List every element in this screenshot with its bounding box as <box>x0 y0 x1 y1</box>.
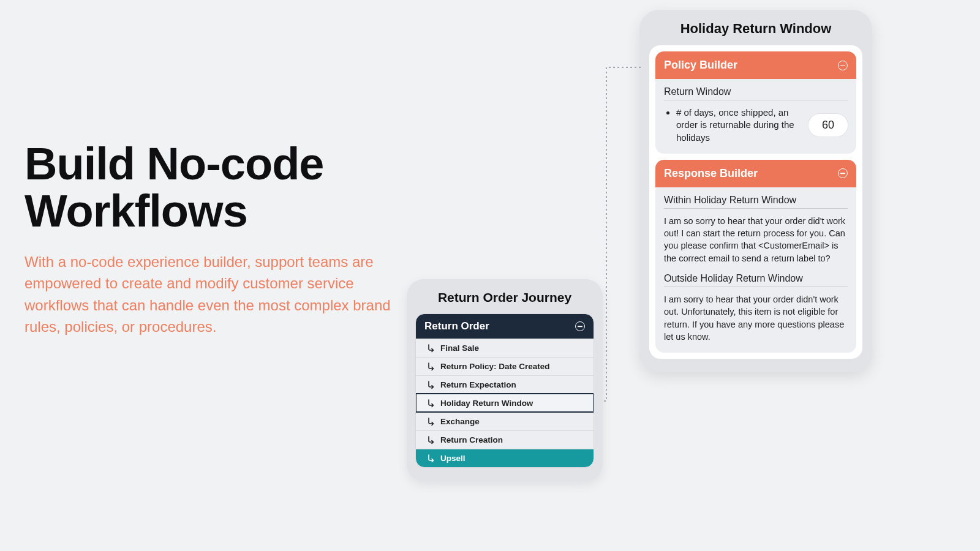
journey-item[interactable]: Return Creation <box>416 430 594 449</box>
journey-item-label: Holiday Return Window <box>440 399 533 408</box>
policy-builder-title: Policy Builder <box>664 59 737 72</box>
response-builder: Response Builder Within Holiday Return W… <box>655 160 856 353</box>
policy-rule-list: # of days, once shipped, an order is ret… <box>664 107 800 144</box>
collapse-icon[interactable] <box>575 321 585 331</box>
sub-arrow-icon <box>427 399 435 408</box>
policy-builder-body: Return Window # of days, once shipped, a… <box>655 79 856 154</box>
journey-item[interactable]: Upsell <box>416 449 594 467</box>
response-builder-title: Response Builder <box>664 167 758 180</box>
journey-item-label: Return Expectation <box>440 380 516 389</box>
sub-arrow-icon <box>427 362 435 371</box>
policy-builder-header[interactable]: Policy Builder <box>655 51 856 79</box>
journey-item-label: Upsell <box>440 454 466 463</box>
detail-card: Holiday Return Window Policy Builder Ret… <box>639 10 872 372</box>
collapse-icon[interactable] <box>838 168 848 178</box>
journey-item-label: Return Creation <box>440 435 503 444</box>
days-value-pill[interactable]: 60 <box>809 114 848 137</box>
journey-card: Return Order Journey Return Order Final … <box>407 279 603 481</box>
hero-subtitle: With a no-code experience builder, suppo… <box>24 251 392 338</box>
within-window-text: I am so sorry to hear that your order di… <box>664 215 848 264</box>
journey-item[interactable]: Holiday Return Window <box>416 394 594 412</box>
hero-title: Build No-code Workflows <box>24 141 392 235</box>
within-window-label: Within Holiday Return Window <box>664 195 848 209</box>
policy-row: # of days, once shipped, an order is ret… <box>664 107 848 144</box>
sub-arrow-icon <box>427 381 435 389</box>
journey-item[interactable]: Return Expectation <box>416 375 594 394</box>
journey-title: Return Order Journey <box>415 290 594 305</box>
journey-item[interactable]: Return Policy: Date Created <box>416 357 594 375</box>
response-builder-body: Within Holiday Return Window I am so sor… <box>655 187 856 353</box>
outside-window-text: I am sorry to hear that your order didn'… <box>664 293 848 343</box>
collapse-icon[interactable] <box>838 61 848 70</box>
detail-title: Holiday Return Window <box>649 21 862 37</box>
journey-item-label: Exchange <box>440 417 480 426</box>
journey-item-label: Final Sale <box>440 343 479 353</box>
sub-arrow-icon <box>427 436 435 444</box>
return-window-label: Return Window <box>664 86 848 100</box>
journey-item[interactable]: Exchange <box>416 412 594 430</box>
journey-body: Return Order Final SaleReturn Policy: Da… <box>415 313 594 468</box>
outside-window-label: Outside Holiday Return Window <box>664 273 848 287</box>
sub-arrow-icon <box>427 454 435 463</box>
policy-rule-text: # of days, once shipped, an order is ret… <box>676 107 800 144</box>
journey-header-label: Return Order <box>424 320 489 332</box>
sub-arrow-icon <box>427 418 435 426</box>
detail-body: Policy Builder Return Window # of days, … <box>649 45 862 359</box>
journey-item-label: Return Policy: Date Created <box>440 362 550 371</box>
sub-arrow-icon <box>427 344 435 353</box>
policy-builder: Policy Builder Return Window # of days, … <box>655 51 856 154</box>
journey-header[interactable]: Return Order <box>416 314 594 339</box>
hero-block: Build No-code Workflows With a no-code e… <box>24 141 392 338</box>
response-builder-header[interactable]: Response Builder <box>655 160 856 187</box>
journey-item[interactable]: Final Sale <box>416 339 594 357</box>
